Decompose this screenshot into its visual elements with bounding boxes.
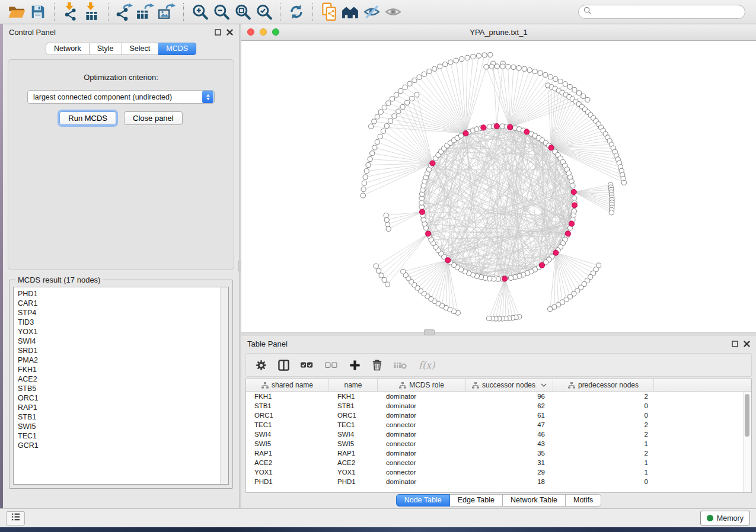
graph-leaf-node[interactable] <box>438 64 442 69</box>
graph-leaf-node[interactable] <box>427 69 432 73</box>
float-panel-icon[interactable] <box>732 341 738 347</box>
graph-mcds-node[interactable] <box>569 221 574 226</box>
mcds-result-item[interactable]: TID3 <box>18 318 228 327</box>
deselect-all-button[interactable] <box>325 361 338 368</box>
mcds-result-list[interactable]: PHD1CAR1STP4TID3YOX1SWI4SRD1PMA2FKH1ACE2… <box>13 287 229 485</box>
graph-leaf-node[interactable] <box>382 277 387 282</box>
graph-leaf-node[interactable] <box>390 97 394 101</box>
graph-leaf-node[interactable] <box>370 151 375 156</box>
mcds-result-item[interactable]: PMA2 <box>18 355 228 365</box>
graph-leaf-node[interactable] <box>532 69 537 73</box>
graph-mcds-node[interactable] <box>430 161 435 166</box>
task-history-button[interactable] <box>6 511 25 525</box>
table-row[interactable]: ACE2ACE2connector311 <box>246 458 751 467</box>
column-header-shared-name[interactable]: shared name <box>246 379 329 391</box>
graph-leaf-node[interactable] <box>572 87 577 92</box>
refresh-button[interactable] <box>286 2 307 22</box>
mcds-result-item[interactable]: RAP1 <box>18 403 228 412</box>
graph-leaf-node[interactable] <box>454 58 458 63</box>
tab-node-table[interactable]: Node Table <box>396 494 450 507</box>
graph-leaf-node[interactable] <box>500 64 505 69</box>
graph-leaf-node[interactable] <box>385 222 390 227</box>
graph-leaf-node[interactable] <box>375 140 379 145</box>
graph-leaf-node[interactable] <box>384 124 389 129</box>
graph-mcds-node[interactable] <box>539 262 544 268</box>
graph-leaf-node[interactable] <box>379 273 384 278</box>
graph-leaf-node[interactable] <box>376 268 381 273</box>
graph-leaf-node[interactable] <box>378 134 382 139</box>
graph-leaf-node[interactable] <box>488 52 493 57</box>
mcds-result-item[interactable]: SWI4 <box>18 336 228 346</box>
graph-leaf-node[interactable] <box>396 109 401 114</box>
zoom-fit-button[interactable] <box>232 2 253 22</box>
graph-leaf-node[interactable] <box>414 92 419 97</box>
scrollbar-thumb[interactable] <box>745 394 749 437</box>
graph-leaf-node[interactable] <box>362 181 366 185</box>
float-panel-icon[interactable] <box>215 29 221 36</box>
graph-leaf-node[interactable] <box>585 97 590 102</box>
mcds-result-item[interactable]: YOX1 <box>18 327 228 336</box>
network-from-selection-button[interactable] <box>318 2 340 22</box>
tab-motifs[interactable]: Motifs <box>566 494 601 507</box>
graph-leaf-node[interactable] <box>563 82 567 86</box>
mcds-result-item[interactable]: STB1 <box>18 412 228 422</box>
graph-leaf-node[interactable] <box>403 85 407 89</box>
mcds-result-item[interactable]: GCR1 <box>18 441 228 450</box>
graph-leaf-node[interactable] <box>516 66 521 70</box>
hide-selected-button[interactable] <box>361 2 382 22</box>
graph-leaf-node[interactable] <box>484 65 489 69</box>
graph-leaf-node[interactable] <box>372 119 377 124</box>
graph-mcds-node[interactable] <box>502 276 508 281</box>
network-view[interactable] <box>241 41 756 332</box>
graph-leaf-node[interactable] <box>471 54 476 59</box>
optimization-criterion-select[interactable]: largest connected component (undirected) <box>27 90 215 104</box>
graph-leaf-node[interactable] <box>407 81 412 86</box>
graph-leaf-node[interactable] <box>448 60 453 65</box>
graph-mcds-node[interactable] <box>548 145 554 150</box>
select-all-button[interactable] <box>301 361 314 368</box>
graph-leaf-node[interactable] <box>374 264 378 268</box>
graph-leaf-node[interactable] <box>361 187 366 192</box>
graph-leaf-node[interactable] <box>465 55 470 60</box>
graph-leaf-node[interactable] <box>432 66 437 71</box>
mcds-list-scrollbar[interactable] <box>220 287 228 484</box>
column-header-name[interactable]: name <box>329 379 378 391</box>
graph-leaf-node[interactable] <box>384 213 388 217</box>
show-columns-button[interactable] <box>278 360 289 371</box>
graph-leaf-node[interactable] <box>527 68 532 72</box>
table-row[interactable]: SWI4SWI4dominator462 <box>246 430 751 439</box>
network-window-titlebar[interactable]: YPA_prune.txt_1 <box>241 24 756 41</box>
graph-leaf-node[interactable] <box>576 91 581 95</box>
graph-leaf-node[interactable] <box>412 78 417 83</box>
run-mcds-button[interactable]: Run MCDS <box>59 111 116 125</box>
export-image-button[interactable] <box>157 2 178 22</box>
mcds-result-item[interactable]: ORC1 <box>18 393 228 403</box>
graph-mcds-node[interactable] <box>426 231 431 236</box>
graph-mcds-node[interactable] <box>524 129 529 134</box>
graph-leaf-node[interactable] <box>511 65 516 69</box>
graph-leaf-node[interactable] <box>489 64 494 69</box>
first-neighbors-button[interactable] <box>340 2 361 22</box>
graph-leaf-node[interactable] <box>548 75 553 79</box>
graph-leaf-node[interactable] <box>363 175 368 180</box>
gear-button[interactable] <box>256 360 267 371</box>
graph-leaf-node[interactable] <box>394 92 398 97</box>
zoom-selected-button[interactable] <box>253 2 275 22</box>
graph-leaf-node[interactable] <box>375 114 379 119</box>
export-network-button[interactable] <box>114 2 135 22</box>
graph-mcds-node[interactable] <box>508 124 513 130</box>
horizontal-splitter[interactable] <box>241 332 756 336</box>
graph-leaf-node[interactable] <box>388 118 393 123</box>
graph-leaf-node[interactable] <box>378 110 383 114</box>
graph-leaf-node[interactable] <box>366 162 371 167</box>
graph-leaf-node[interactable] <box>553 76 558 81</box>
table-row[interactable]: FKH1FKH1dominator962 <box>246 392 751 401</box>
graph-leaf-node[interactable] <box>372 145 377 150</box>
mcds-result-item[interactable]: CAR1 <box>18 299 228 308</box>
graph-leaf-node[interactable] <box>386 226 391 231</box>
tab-style[interactable]: Style <box>90 43 122 55</box>
graph-leaf-node[interactable] <box>417 75 422 79</box>
mcds-result-item[interactable]: FKH1 <box>18 365 228 374</box>
tab-network[interactable]: Network <box>46 43 90 55</box>
table-row[interactable]: YOX1YOX1connector291 <box>246 467 751 477</box>
